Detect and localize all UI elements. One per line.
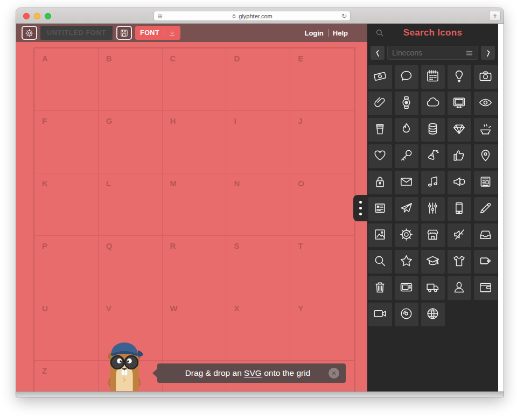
icon-cell[interactable] — [448, 276, 471, 300]
tooltip-close-button[interactable]: × — [329, 368, 339, 379]
icon-cell[interactable] — [421, 223, 445, 247]
icon-cell[interactable] — [395, 118, 418, 142]
prev-set-button[interactable] — [371, 46, 385, 60]
sidebar-toggle-handle[interactable] — [353, 195, 368, 221]
glyph-cell[interactable]: C — [163, 48, 227, 111]
glyph-cell[interactable]: T — [290, 236, 354, 298]
reader-icon[interactable]: ⊕ — [157, 13, 163, 19]
icon-cell[interactable] — [474, 92, 498, 115]
glyph-letter: M — [170, 179, 177, 188]
icon-cell[interactable] — [395, 197, 418, 221]
glyph-cell[interactable]: Q — [99, 236, 163, 298]
glyph-cell[interactable]: I — [226, 111, 290, 173]
glyph-cell[interactable]: J — [290, 111, 354, 173]
icon-cell[interactable] — [368, 197, 392, 221]
glyph-cell[interactable]: S — [226, 236, 290, 298]
megaphone-icon — [452, 174, 466, 191]
icon-cell[interactable] — [395, 92, 418, 115]
icon-cell[interactable] — [474, 197, 498, 221]
icon-cell[interactable] — [421, 65, 445, 89]
font-name-input[interactable] — [40, 26, 113, 40]
glyph-cell[interactable]: L — [99, 173, 163, 236]
icon-cell[interactable] — [448, 144, 471, 168]
glyph-cell[interactable]: B — [99, 48, 163, 111]
icon-cell[interactable] — [421, 250, 445, 274]
login-link[interactable]: Login — [304, 29, 323, 37]
icon-cell[interactable] — [421, 276, 445, 300]
icon-cell[interactable] — [474, 65, 498, 89]
icon-cell[interactable] — [395, 223, 418, 247]
glyph-cell[interactable]: R — [163, 236, 227, 298]
icon-cell[interactable] — [368, 250, 392, 274]
download-font-button[interactable]: FONT — [135, 26, 180, 40]
glyph-cell[interactable]: E — [290, 48, 354, 111]
icon-cell[interactable] — [448, 92, 471, 115]
icon-cell[interactable] — [395, 250, 418, 274]
paper-plane-icon — [399, 201, 414, 218]
sidebar-header: Search Icons — [367, 24, 498, 42]
icon-cell[interactable] — [448, 250, 471, 274]
icon-cell[interactable] — [448, 171, 471, 194]
glyph-cell[interactable]: D — [226, 48, 290, 111]
icon-cell[interactable] — [368, 171, 392, 194]
icon-cell[interactable] — [395, 144, 418, 168]
icon-cell[interactable] — [395, 171, 418, 194]
speech-bubble-icon — [399, 69, 414, 86]
icon-cell[interactable] — [474, 118, 498, 142]
icon-cell[interactable] — [448, 118, 471, 142]
icon-cell[interactable] — [368, 223, 392, 247]
glyph-cell[interactable]: K — [34, 173, 99, 236]
new-tab-button[interactable]: + — [489, 11, 501, 21]
icon-cell[interactable] — [395, 276, 418, 300]
glyph-cell[interactable]: X — [226, 298, 290, 361]
settings-button[interactable] — [22, 26, 37, 40]
glyph-cell[interactable]: N — [226, 173, 290, 236]
icon-cell[interactable] — [474, 171, 498, 194]
close-window-button[interactable] — [23, 13, 30, 19]
icon-cell[interactable] — [368, 144, 392, 168]
icon-cell[interactable] — [474, 250, 498, 274]
icon-cell[interactable] — [421, 197, 445, 221]
icon-cell[interactable] — [368, 303, 392, 326]
url-bar[interactable]: ⊕ glyphter.com ↻ — [153, 11, 351, 21]
icon-cell[interactable] — [421, 171, 445, 194]
icon-cell[interactable] — [368, 92, 392, 115]
icon-cell[interactable] — [368, 65, 392, 89]
icon-cell[interactable] — [421, 92, 445, 115]
glyph-cell[interactable]: M — [163, 173, 227, 236]
icon-cell[interactable] — [448, 197, 471, 221]
glyph-cell[interactable]: W — [163, 298, 227, 361]
tooltip-svg-link[interactable]: SVG — [244, 368, 262, 377]
icon-cell[interactable] — [421, 144, 445, 168]
zoom-window-button[interactable] — [45, 13, 51, 19]
reload-icon[interactable]: ↻ — [341, 13, 347, 19]
icon-cell[interactable] — [474, 144, 498, 168]
glyph-cell[interactable]: H — [163, 111, 227, 173]
icon-cell[interactable] — [448, 223, 471, 247]
glyph-cell[interactable]: G — [99, 111, 163, 173]
icon-cell[interactable] — [421, 118, 445, 142]
icon-cell[interactable] — [474, 276, 498, 300]
traffic-lights — [23, 13, 51, 19]
glyph-cell[interactable]: O — [290, 173, 354, 236]
icon-cell[interactable] — [448, 65, 471, 89]
save-button[interactable] — [116, 26, 132, 40]
glyph-letter: L — [106, 179, 111, 188]
icon-cell[interactable] — [474, 223, 498, 247]
next-set-button[interactable] — [481, 46, 495, 60]
icon-cell[interactable] — [368, 118, 392, 142]
icon-cell[interactable] — [421, 303, 445, 326]
glyph-cell[interactable]: A — [34, 48, 99, 111]
icon-cell[interactable] — [395, 303, 418, 326]
icon-set-select[interactable]: Linecons — [387, 46, 478, 60]
glyph-cell[interactable]: U — [34, 298, 99, 361]
minimize-window-button[interactable] — [34, 13, 40, 19]
help-link[interactable]: Help — [333, 29, 348, 37]
icon-cell[interactable] — [368, 276, 392, 300]
glyph-cell[interactable]: Z — [34, 361, 99, 391]
user-icon — [452, 280, 466, 297]
icon-cell[interactable] — [395, 65, 418, 89]
glyph-cell[interactable]: P — [34, 236, 99, 298]
glyph-cell[interactable]: F — [34, 111, 99, 173]
glyph-cell[interactable]: Y — [290, 298, 354, 361]
